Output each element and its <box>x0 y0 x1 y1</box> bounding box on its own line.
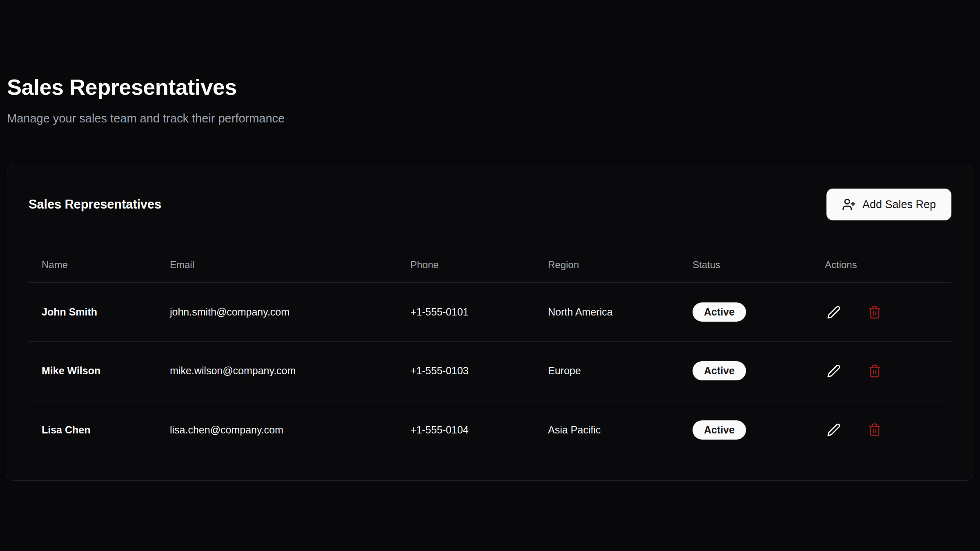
add-sales-rep-button-label: Add Sales Rep <box>862 198 936 211</box>
column-header-region: Region <box>535 259 679 271</box>
cell-status: Active <box>679 302 812 322</box>
cell-phone: +1-555-0104 <box>397 424 535 436</box>
edit-button[interactable] <box>825 303 843 321</box>
status-badge: Active <box>693 420 746 440</box>
column-header-email: Email <box>157 259 397 271</box>
delete-button[interactable] <box>866 303 884 321</box>
cell-region: North America <box>535 306 679 318</box>
cell-actions <box>812 362 951 380</box>
status-badge: Active <box>693 302 746 322</box>
cell-name: Lisa Chen <box>29 424 157 436</box>
cell-status: Active <box>679 420 812 440</box>
column-header-actions: Actions <box>812 259 951 271</box>
card-header: Sales Representatives Add Sales Rep <box>29 188 951 221</box>
table-header-row: Name Email Phone Region Status Actions <box>29 247 951 283</box>
column-header-status: Status <box>679 259 812 271</box>
cell-region: Asia Pacific <box>535 424 679 436</box>
status-badge: Active <box>693 361 746 380</box>
column-header-name: Name <box>29 259 157 271</box>
delete-button[interactable] <box>866 421 884 439</box>
cell-status: Active <box>679 361 812 380</box>
cell-region: Europe <box>535 365 679 377</box>
table-row: Lisa Chen lisa.chen@company.com +1-555-0… <box>29 400 951 459</box>
cell-phone: +1-555-0103 <box>397 365 535 377</box>
sales-reps-card: Sales Representatives Add Sales Rep Name… <box>7 165 973 481</box>
trash-icon <box>868 364 882 378</box>
cell-name: John Smith <box>29 306 157 318</box>
cell-email: mike.wilson@company.com <box>157 365 397 377</box>
sales-reps-page: Sales Representatives Manage your sales … <box>0 0 980 481</box>
pencil-icon <box>827 423 841 437</box>
user-plus-icon <box>842 198 856 211</box>
sales-reps-table: Name Email Phone Region Status Actions J… <box>29 247 951 459</box>
delete-button[interactable] <box>866 362 884 380</box>
column-header-phone: Phone <box>397 259 535 271</box>
cell-email: lisa.chen@company.com <box>157 424 397 436</box>
page-title: Sales Representatives <box>7 73 973 100</box>
trash-icon <box>868 423 882 437</box>
add-sales-rep-button[interactable]: Add Sales Rep <box>826 189 951 220</box>
cell-phone: +1-555-0101 <box>397 306 535 318</box>
edit-button[interactable] <box>825 362 843 380</box>
cell-actions <box>812 303 951 321</box>
table-row: Mike Wilson mike.wilson@company.com +1-5… <box>29 342 951 400</box>
cell-actions <box>812 421 951 439</box>
edit-button[interactable] <box>825 421 843 439</box>
pencil-icon <box>827 305 841 319</box>
page-subtitle: Manage your sales team and track their p… <box>7 111 973 126</box>
table-row: John Smith john.smith@company.com +1-555… <box>29 283 951 342</box>
trash-icon <box>868 305 882 319</box>
card-title: Sales Representatives <box>29 197 161 212</box>
cell-email: john.smith@company.com <box>157 306 397 318</box>
cell-name: Mike Wilson <box>29 365 157 377</box>
pencil-icon <box>827 364 841 378</box>
